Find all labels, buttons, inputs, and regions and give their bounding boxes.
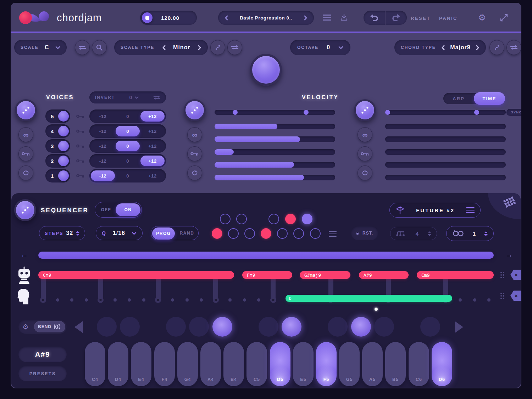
- voice-knob[interactable]: [58, 141, 69, 151]
- panic-button[interactable]: PANIC: [439, 16, 458, 21]
- scale-type-value[interactable]: Minor: [173, 44, 190, 51]
- stepper-arrows-icon[interactable]: [428, 231, 431, 236]
- undo-button[interactable]: [364, 11, 385, 25]
- sequence-progress-bar[interactable]: [38, 252, 494, 259]
- voice-octave-selector[interactable]: -120+12: [89, 169, 166, 182]
- octave-option[interactable]: -12: [91, 111, 115, 122]
- white-key-d5[interactable]: D5: [270, 342, 290, 386]
- page-indicator-dot[interactable]: [375, 308, 378, 311]
- velocity-key-lock-button[interactable]: [187, 146, 202, 161]
- velocity-randomize-knob[interactable]: [184, 99, 206, 121]
- velocity-cycle-button[interactable]: [187, 165, 202, 180]
- chevron-left-icon[interactable]: [162, 45, 166, 50]
- step-dot-major[interactable]: [270, 297, 276, 303]
- mode-toggle[interactable]: PROG RAND: [151, 226, 199, 240]
- white-key-b4[interactable]: B4: [223, 342, 244, 386]
- loop-control[interactable]: 1: [446, 226, 494, 241]
- reset-step-button[interactable]: RST.: [351, 226, 378, 240]
- time-key-lock-button[interactable]: [358, 146, 372, 161]
- mode-rand[interactable]: RAND: [176, 231, 198, 236]
- white-key-a5[interactable]: A5: [362, 342, 383, 386]
- scroll-left-icon[interactable]: ←: [21, 251, 28, 258]
- step-dot[interactable]: [142, 298, 145, 302]
- time-bar[interactable]: [385, 149, 506, 155]
- voice-knob[interactable]: [58, 170, 69, 181]
- white-key-b5[interactable]: B5: [385, 342, 406, 386]
- velocity-bar[interactable]: [215, 136, 335, 142]
- step-dot-major[interactable]: [213, 297, 219, 303]
- note-circle-b[interactable]: [310, 228, 321, 239]
- voice-toggle[interactable]: 1: [45, 169, 70, 182]
- note-circle-cs[interactable]: [220, 214, 231, 224]
- black-key-cs6[interactable]: [420, 317, 440, 337]
- octave-option[interactable]: 0: [116, 126, 140, 136]
- white-key-g4[interactable]: G4: [177, 342, 198, 386]
- time-randomize-knob[interactable]: [354, 99, 376, 121]
- octave-option[interactable]: -12: [91, 126, 115, 136]
- pianoroll-corner-button[interactable]: [488, 193, 521, 219]
- steps-control[interactable]: STEPS 32: [39, 226, 85, 240]
- voices-randomize-knob[interactable]: [15, 99, 37, 121]
- resize-collapse-icon[interactable]: [500, 14, 508, 22]
- voice-knob[interactable]: [58, 156, 69, 166]
- step-dot[interactable]: [56, 298, 59, 302]
- black-key-gs4[interactable]: [189, 317, 209, 337]
- voices-infinity-button[interactable]: ∞: [18, 127, 33, 142]
- presets-button[interactable]: PRESETS: [18, 366, 67, 381]
- step-dot[interactable]: [473, 298, 476, 302]
- octave-selector[interactable]: OCTAVE 0: [290, 40, 350, 55]
- step-dot[interactable]: [171, 298, 174, 302]
- redo-button[interactable]: [386, 11, 407, 25]
- main-morph-knob[interactable]: [250, 54, 282, 86]
- power-off-label[interactable]: OFF: [95, 207, 117, 212]
- chord-type-value[interactable]: Major9: [450, 44, 471, 51]
- sequencer-power-toggle[interactable]: OFF ON: [95, 202, 142, 218]
- scale-swap-button[interactable]: [75, 40, 90, 55]
- voice-toggle[interactable]: 3: [45, 139, 70, 153]
- invert-control[interactable]: INVERT 0: [89, 91, 166, 103]
- step-dot[interactable]: [459, 298, 462, 302]
- velocity-infinity-button[interactable]: ∞: [187, 127, 202, 142]
- chord-block[interactable]: A#9: [359, 271, 409, 279]
- octave-option[interactable]: +12: [140, 111, 165, 122]
- black-key-as4[interactable]: [212, 317, 232, 337]
- pattern-preset-name[interactable]: FUTURE #2: [416, 207, 455, 213]
- preset-next-icon[interactable]: [304, 15, 307, 21]
- swap-icon[interactable]: [153, 95, 160, 100]
- voice-octave-selector[interactable]: -120+12: [89, 109, 166, 123]
- time-bar[interactable]: [385, 175, 506, 180]
- note-circle-ds[interactable]: [236, 214, 247, 224]
- voice-knob[interactable]: [58, 126, 69, 136]
- stop-button[interactable]: [142, 12, 153, 23]
- tempo-control[interactable]: 120.00: [140, 11, 197, 25]
- octave-option[interactable]: +12: [140, 126, 165, 136]
- black-key-gs5[interactable]: [351, 317, 371, 337]
- sync-badge[interactable]: SYNC: [506, 109, 521, 116]
- time-infinity-button[interactable]: ∞: [358, 127, 372, 142]
- chevron-right-icon[interactable]: [476, 45, 480, 50]
- octave-option[interactable]: 0: [116, 170, 140, 181]
- sequencer-knob[interactable]: [14, 199, 36, 221]
- loop-value[interactable]: 1: [473, 231, 476, 237]
- velocity-range-slider[interactable]: [215, 110, 335, 115]
- tab-time[interactable]: TIME: [474, 92, 505, 105]
- invert-value[interactable]: 0: [129, 95, 132, 100]
- note-circle-fs[interactable]: [268, 214, 279, 224]
- mode-prog[interactable]: PROG: [152, 227, 175, 240]
- octave-option[interactable]: -12: [91, 156, 115, 166]
- step-dot[interactable]: [243, 298, 246, 302]
- white-key-c4[interactable]: C4: [85, 342, 105, 386]
- black-key-fs4[interactable]: [166, 317, 186, 337]
- black-key-fs5[interactable]: [328, 317, 348, 337]
- reset-button[interactable]: RESET: [411, 16, 431, 21]
- note-circle-g[interactable]: [277, 228, 288, 239]
- voice-octave-selector[interactable]: -120+12: [89, 124, 166, 138]
- chevron-down-icon[interactable]: [55, 46, 60, 49]
- velocity-range-dot[interactable]: [233, 110, 238, 115]
- chord-block[interactable]: Cm9: [417, 271, 494, 279]
- save-download-icon[interactable]: [340, 13, 348, 22]
- time-cycle-button[interactable]: [358, 165, 372, 180]
- velocity-bar[interactable]: [215, 149, 335, 155]
- step-dot[interactable]: [113, 298, 117, 302]
- chord-block[interactable]: G#maj9: [300, 271, 350, 279]
